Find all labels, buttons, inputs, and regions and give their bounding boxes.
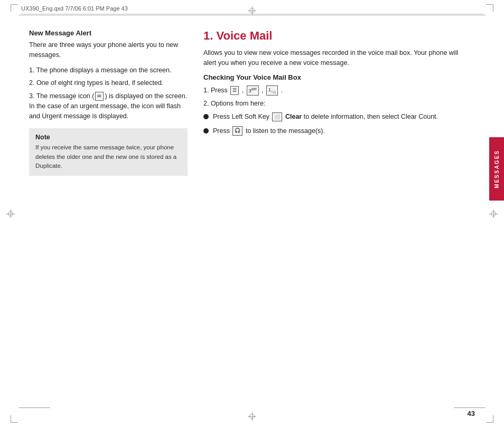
crop-mark-br [486,415,493,423]
crop-mark-bl [11,415,18,423]
list-item-1: 1. The phone displays a message on the s… [29,65,188,75]
list-item-3: 3. The message icon (✉) is displayed on … [29,91,188,121]
menu-icon: ☰ [230,86,239,96]
step-1: 1. Press ☰ , 3def , 1○△ . [203,86,472,96]
header-bar: UX390_Eng.qxd 7/7/06 6:01 PM Page 43 [21,5,483,14]
note-text: If you receive the same message twice, y… [35,143,181,170]
crop-mark-tl [11,4,18,12]
message-icon: ✉ [95,92,104,101]
voice-mail-title: 1. Voice Mail [203,29,472,43]
bullet-item-1: Press Left Soft Key ⬜ Clear to delete in… [203,112,472,122]
listen-icon: 🎧 [232,126,242,136]
page-divider-right [454,407,486,408]
bullet-dot-1 [203,114,209,119]
reg-mark-left [6,210,15,218]
bullet-dot-2 [203,128,209,134]
note-label: Note [35,134,181,141]
reg-mark-right [489,210,498,218]
bullet-1-text: Press Left Soft Key ⬜ Clear to delete in… [213,112,438,122]
reg-mark-bottom [248,412,256,421]
page-container: UX390_Eng.qxd 7/7/06 6:01 PM Page 43 MES… [0,0,504,427]
new-message-alert-heading: New Message Alert [29,29,188,37]
voice-mail-intro: Allows you to view new voice messages re… [203,48,472,68]
page-number: 43 [468,410,475,417]
list-item-2: 2. One of eight ring types is heard, if … [29,78,188,88]
page-divider-left [18,407,50,408]
1abc-key: 1○△ [266,86,278,96]
right-column: 1. Voice Mail Allows you to view new voi… [203,29,472,401]
header-file-info: UX390_Eng.qxd 7/7/06 6:01 PM Page 43 [21,5,483,12]
checking-heading: Checking Your Voice Mail Box [203,73,472,81]
bullet-item-2: Press 🎧 to listen to the message(s). [203,126,472,136]
content-area: New Message Alert There are three ways y… [29,29,472,401]
side-tab-label: MESSAGES [494,150,500,188]
crop-mark-tr [486,4,493,12]
soft-key-icon-1: ⬜ [272,112,282,122]
step-2: 2. Options from here: [203,99,472,109]
left-column: New Message Alert There are three ways y… [29,29,188,401]
new-message-intro: There are three ways your phone alerts y… [29,40,188,60]
side-tab-messages: MESSAGES [489,137,504,201]
note-box: Note If you receive the same message twi… [29,128,188,176]
3def-key: 3def [247,86,259,96]
header-line [18,15,486,15]
bullet-2-text: Press 🎧 to listen to the message(s). [213,126,325,136]
